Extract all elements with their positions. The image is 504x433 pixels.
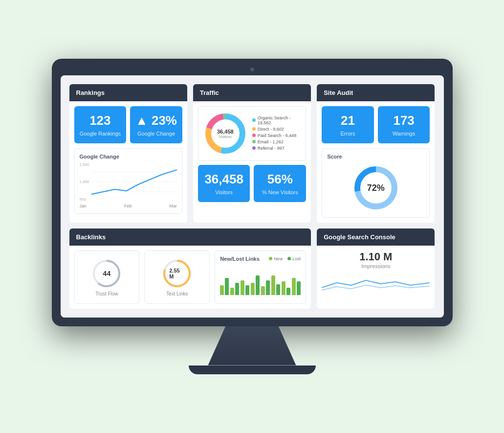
new-visitors-value: 56% <box>259 172 301 187</box>
trust-flow-value: 44 <box>103 270 111 277</box>
rankings-section: Rankings 123 Google Rankings ▲ 23% Googl… <box>69 84 187 222</box>
bar-lost-2 <box>235 283 239 295</box>
legend-item-organic: Organic Search - 19,562 <box>252 115 301 125</box>
chart-x-labels: Jan Feb Mar <box>80 204 177 208</box>
legend-item-direct: Direct - 9,602 <box>252 127 301 132</box>
google-change-chart: Google Change 1,500 1,000 500 <box>74 148 182 214</box>
legend-item-referral: Referral - 997 <box>252 146 301 151</box>
google-change-label: Google Change <box>135 131 177 137</box>
bar-lost-8 <box>297 281 301 295</box>
dashboard: Rankings 123 Google Rankings ▲ 23% Googl… <box>69 84 435 308</box>
donut-center: 36,458 Visitors <box>217 129 234 139</box>
traffic-donut: 36,458 Visitors <box>203 112 247 156</box>
legend-new-dot <box>269 257 272 260</box>
legend-item-email: Email - 1,262 <box>252 139 301 144</box>
gsc-section: Google Search Console 1.10 M Impressions <box>317 228 435 309</box>
warnings-tile: 173 Warnings <box>378 106 430 143</box>
traffic-header: Traffic <box>193 84 311 101</box>
traffic-body: 36,458 Visitors Organic Search - 19,562 <box>193 101 311 206</box>
legend-lost-dot <box>287 257 291 260</box>
bar-lost-5 <box>266 280 270 295</box>
bar-lost-6 <box>276 284 280 295</box>
traffic-section: Traffic <box>193 84 311 222</box>
text-links-ring: 2.55 M <box>161 258 193 289</box>
traffic-donut-area: 36,458 Visitors Organic Search - 19,562 <box>198 106 306 161</box>
visitors-tile: 36,458 Visitors <box>198 165 250 202</box>
errors-label: Errors <box>327 131 369 137</box>
backlinks-header: Backlinks <box>69 228 311 246</box>
google-change-value: ▲ 23% <box>135 113 177 128</box>
rankings-body: 123 Google Rankings ▲ 23% Google Change … <box>69 101 187 218</box>
score-donut-wrapper: 72% <box>327 163 424 212</box>
warnings-label: Warnings <box>383 131 425 137</box>
bar-lost-4 <box>256 275 260 295</box>
bar-pair-8 <box>292 278 301 295</box>
legend-new: New <box>269 256 283 261</box>
monitor-base <box>189 365 316 374</box>
chart-y-labels: 1,500 1,000 500 <box>80 162 89 202</box>
impressions-label: Impressions <box>322 263 430 269</box>
traffic-stat-tiles: 36,458 Visitors 56% % New Visitors <box>198 165 306 202</box>
bar-lost-3 <box>245 285 249 295</box>
trust-flow-tile: 44 Trust Flow <box>74 251 140 304</box>
google-count-label: Google Rankings <box>79 131 122 137</box>
rankings-chart-svg <box>91 162 177 202</box>
legend-dot-email <box>252 140 256 143</box>
trust-flow-ring: 44 <box>91 258 122 289</box>
bar-lost-1 <box>225 278 229 295</box>
gsc-body: 1.10 M Impressions <box>317 246 435 297</box>
bar-new-5 <box>261 286 265 295</box>
monitor-camera <box>250 68 254 71</box>
score-title: Score <box>327 154 424 160</box>
google-count: 123 <box>79 113 122 128</box>
errors-value: 21 <box>327 113 369 128</box>
legend-dot-organic <box>252 118 256 122</box>
new-lost-header: New/Lost Links New Lost <box>220 256 301 262</box>
legend-dot-paid <box>252 134 256 137</box>
bar-pair-1 <box>220 278 229 295</box>
bar-pair-7 <box>282 281 290 295</box>
audit-tiles: 21 Errors 173 Warnings <box>322 106 430 143</box>
bar-new-3 <box>241 280 244 295</box>
bar-pair-6 <box>271 275 280 295</box>
bar-pair-5 <box>261 280 270 295</box>
legend-dot-referral <box>252 146 256 150</box>
backlinks-section: Backlinks 44 <box>69 228 311 309</box>
audit-body: 21 Errors 173 Warnings Score <box>317 101 435 222</box>
bar-pair-4 <box>251 275 260 295</box>
visitors-value: 36,458 <box>203 172 245 187</box>
gsc-chart-svg <box>322 273 430 293</box>
legend-dot-direct <box>252 127 256 131</box>
score-value: 72% <box>367 182 385 193</box>
bar-pair-2 <box>230 283 239 295</box>
monitor-wrapper: Rankings 123 Google Rankings ▲ 23% Googl… <box>52 59 453 374</box>
legend-item-paid: Paid Search - 6,448 <box>252 133 301 138</box>
bar-new-4 <box>251 283 255 295</box>
text-links-label: Text Links <box>166 291 188 296</box>
text-links-value: 2.55 M <box>169 268 185 279</box>
new-lost-legend: New Lost <box>269 256 301 261</box>
legend-lost: Lost <box>287 256 301 261</box>
monitor-stand <box>208 326 296 365</box>
bar-new-7 <box>282 281 285 295</box>
new-lost-box: New/Lost Links New Lost <box>215 251 306 304</box>
monitor-body: Rankings 123 Google Rankings ▲ 23% Googl… <box>52 59 453 326</box>
new-visitors-label: % New Visitors <box>259 189 301 195</box>
rankings-chart-area <box>91 162 177 202</box>
new-lost-bars <box>220 266 301 295</box>
traffic-legend: Organic Search - 19,562 Direct - 9,602 P… <box>252 115 301 152</box>
gsc-line-chart <box>322 273 430 293</box>
gsc-header: Google Search Console <box>317 228 435 246</box>
warnings-value: 173 <box>383 113 425 128</box>
site-audit-section: Site Audit 21 Errors 173 Warnings <box>317 84 435 222</box>
rankings-header: Rankings <box>69 84 187 101</box>
impressions-value: 1.10 M <box>322 251 430 263</box>
google-change-tile: ▲ 23% Google Change <box>130 106 182 143</box>
bar-new-8 <box>292 278 296 295</box>
text-links-tile: 2.55 M Text Links <box>144 251 210 304</box>
audit-header: Site Audit <box>317 84 435 101</box>
score-box: Score 7 <box>322 148 430 218</box>
bar-new-6 <box>271 275 275 295</box>
new-lost-title: New/Lost Links <box>220 256 260 262</box>
bar-new-2 <box>230 288 234 295</box>
